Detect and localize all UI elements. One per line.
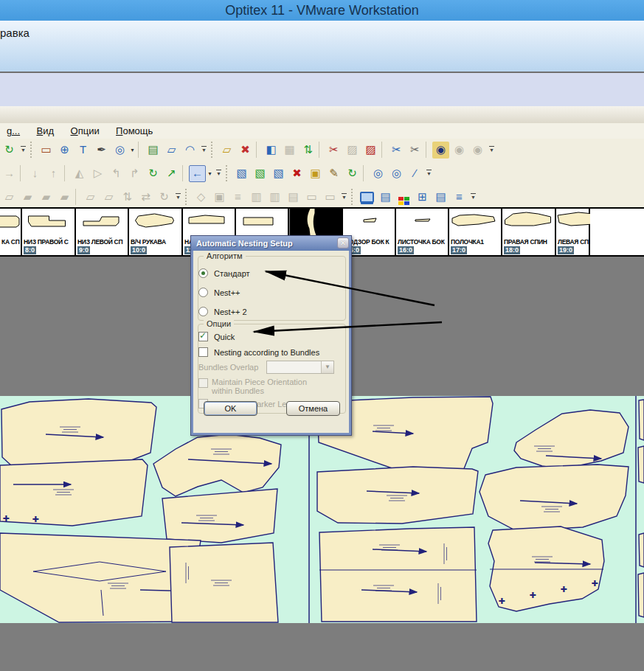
swap-pieces-icon[interactable]: ⇅: [300, 142, 316, 159]
pattern-piece[interactable]: [153, 434, 281, 496]
radio-nestpp[interactable]: Nest++: [198, 288, 240, 297]
align-gray8-icon[interactable]: ▭: [322, 189, 339, 206]
fabric-drop-gray1-icon[interactable]: ◉: [451, 142, 468, 159]
arrange-gray5-icon[interactable]: ↻: [156, 189, 173, 206]
arrange-gray4-icon[interactable]: ⇄: [137, 189, 154, 206]
host-menu-item-partial[interactable]: равка: [0, 27, 30, 39]
pattern-piece[interactable]: [170, 543, 278, 622]
add-button-icon[interactable]: ⊕: [56, 142, 73, 159]
align-gray1-icon[interactable]: ◇: [193, 189, 210, 206]
toolbar-overflow-icon[interactable]: ▼: [200, 142, 208, 158]
align-gray7-icon[interactable]: ▭: [303, 189, 320, 206]
dropdown-caret-icon[interactable]: ▾: [129, 142, 136, 158]
toolbar-grip[interactable]: [185, 189, 190, 205]
flip-h-icon[interactable]: ◭: [71, 165, 88, 182]
zoom-tool-icon[interactable]: ◎: [111, 142, 128, 159]
lasso-icon[interactable]: ◠: [181, 142, 198, 159]
color-palette-icon[interactable]: [395, 189, 412, 206]
menu-item-help[interactable]: Помощь: [109, 123, 159, 136]
radio-standard-icon[interactable]: [198, 268, 208, 278]
report-icon[interactable]: ▤: [377, 189, 394, 206]
piece-thumbnail[interactable]: ПРАВАЯ СПИН18:0: [502, 209, 556, 255]
arrange-gray2-icon[interactable]: ▱: [100, 189, 117, 206]
rotate-left-icon[interactable]: ↰: [108, 165, 125, 182]
hatch-red-icon[interactable]: ▨: [362, 142, 379, 159]
rotate-point-icon[interactable]: ↗: [163, 165, 180, 182]
cancel-button[interactable]: Отмена: [286, 401, 340, 416]
flip-v-icon[interactable]: ▷: [89, 165, 106, 182]
piece-thumbnail[interactable]: ЛЕВАЯ СП19:0: [556, 209, 590, 255]
order-pages-icon[interactable]: ▤: [145, 142, 162, 159]
delete-icon[interactable]: ✖: [288, 165, 305, 182]
toolbar-overflow-icon[interactable]: ▼: [488, 142, 496, 158]
piece-thumbnail[interactable]: ЛИСТОЧКА БОК16:0: [396, 209, 449, 255]
list-icon[interactable]: ≡: [451, 189, 468, 206]
label-tag-icon[interactable]: ▣: [307, 165, 324, 182]
toolbar-overflow-icon[interactable]: ▼: [215, 165, 223, 181]
toolbar-overflow-icon[interactable]: ▼: [425, 165, 433, 181]
checkbox-maintain-icon[interactable]: [198, 378, 208, 388]
refresh-icon[interactable]: ↻: [344, 165, 361, 182]
nest-piece1-icon[interactable]: ▧: [233, 165, 250, 182]
pattern-piece[interactable]: [317, 467, 478, 524]
columns-icon[interactable]: ▤: [432, 189, 449, 206]
radio-nestpp2-icon[interactable]: [198, 307, 208, 316]
move-up-icon[interactable]: ↑: [45, 165, 62, 182]
align-gray2-icon[interactable]: ▣: [211, 189, 228, 206]
piece-thumbnail[interactable]: НИЗ ПРАВОЙ С8:0: [22, 209, 76, 255]
copy-piece-icon[interactable]: ▱: [218, 142, 235, 159]
measure-tool-icon[interactable]: ▭: [38, 142, 55, 159]
toolbar-overflow-icon[interactable]: ▼: [340, 189, 348, 205]
pattern-piece[interactable]: ✚✚: [0, 459, 148, 526]
ok-button[interactable]: OK: [204, 401, 257, 416]
pattern-piece[interactable]: [638, 573, 644, 617]
cut-history-icon[interactable]: ✂: [406, 142, 423, 159]
align-gray4-icon[interactable]: ▥: [248, 189, 265, 206]
checkbox-nesting-bundles[interactable]: Nesting according to Bundles: [198, 347, 319, 357]
mirror-pieces-icon[interactable]: ◧: [263, 142, 280, 159]
menu-item-view[interactable]: Вид: [30, 123, 61, 136]
toolbar-grip[interactable]: [351, 189, 356, 205]
pattern-piece[interactable]: [638, 446, 644, 483]
toolbar-overflow-icon[interactable]: ▼: [174, 189, 182, 205]
toolbar-grip[interactable]: [226, 165, 231, 181]
align-gray5-icon[interactable]: ▥: [266, 189, 283, 206]
checkbox-nesting-bundles-icon[interactable]: [198, 347, 208, 357]
nest-piece3-icon[interactable]: ▧: [270, 165, 287, 182]
toolbar-overflow-icon[interactable]: ▼: [19, 142, 27, 158]
align-gray3-icon[interactable]: ≡: [229, 189, 246, 206]
dropdown-caret-icon[interactable]: ▾: [207, 165, 213, 181]
toolbar-overflow-icon[interactable]: ▼: [469, 189, 477, 205]
checkbox-quick-icon[interactable]: [198, 332, 208, 341]
lab-tool2-icon[interactable]: ◎: [388, 165, 405, 182]
nest-piece2-icon[interactable]: ▧: [252, 165, 269, 182]
page-gray1-icon[interactable]: ▱: [1, 189, 18, 206]
rotate-piece-icon[interactable]: ↻: [1, 142, 18, 159]
arrange-gray3-icon[interactable]: ⇅: [119, 189, 136, 206]
checkbox-quick[interactable]: Quick: [198, 332, 235, 341]
pen-tool-icon[interactable]: ✒: [93, 142, 110, 159]
move-next-icon[interactable]: →: [1, 165, 18, 182]
pattern-piece[interactable]: [639, 400, 644, 440]
rotate-free-icon[interactable]: ↻: [145, 165, 162, 182]
arrange-gray1-icon[interactable]: ▱: [82, 189, 99, 206]
align-gray6-icon[interactable]: ▤: [285, 189, 302, 206]
menu-item-options[interactable]: Опции: [64, 123, 106, 136]
cut-piece-icon[interactable]: ✂: [388, 142, 405, 159]
chevron-down-icon[interactable]: ▼: [321, 361, 333, 373]
monitor-icon[interactable]: [359, 189, 375, 206]
delete-piece-icon[interactable]: ✖: [237, 142, 254, 159]
checkbox-maintain-orientation[interactable]: Maintain Piece Orientation within Bundle…: [198, 378, 330, 395]
slash-measure-icon[interactable]: ∕: [406, 165, 423, 182]
piece-thumbnail[interactable]: КА СП: [0, 209, 22, 255]
fabric-drop-gray2-icon[interactable]: ◉: [469, 142, 486, 159]
dialog-titlebar[interactable]: Automatic Nesting Setup ✕: [191, 236, 351, 251]
page-gray4-icon[interactable]: ▰: [56, 189, 73, 206]
edit-notes-icon[interactable]: ✎: [325, 165, 342, 182]
radio-nestpp-icon[interactable]: [198, 288, 208, 297]
radio-nestpp2[interactable]: Nest++ 2: [198, 307, 247, 316]
text-tool-icon[interactable]: T: [75, 142, 91, 159]
lab-tool1-icon[interactable]: ◎: [370, 165, 387, 182]
move-down-icon[interactable]: ↓: [27, 165, 44, 182]
close-icon[interactable]: ✕: [337, 237, 349, 248]
